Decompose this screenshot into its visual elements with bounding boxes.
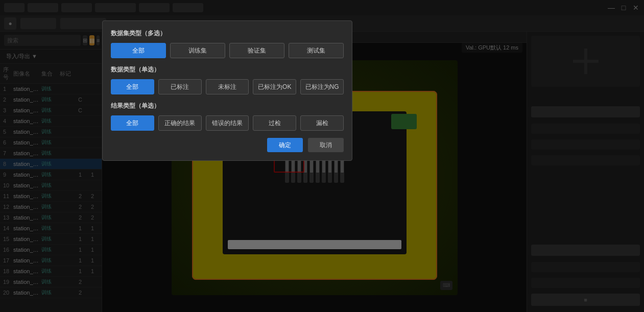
result-btn-over[interactable]: 过检	[253, 115, 296, 131]
modal-footer: 确定 取消	[111, 138, 344, 152]
modal-dataset-title: 数据集类型（多选）	[111, 29, 344, 38]
datatype-btn-row: 全部 已标注 未标注 已标注为OK 已标注为NG	[111, 79, 344, 94]
modal-overlay: 数据集类型（多选） 全部 训练集 验证集 测试集 数据类型（单选） 全部 已标注…	[0, 0, 644, 312]
modal-datatype-title: 数据类型（单选）	[111, 65, 344, 74]
datatype-btn-labeled[interactable]: 已标注	[158, 79, 202, 94]
datatype-btn-unlabeled[interactable]: 未标注	[206, 79, 249, 94]
dataset-btn-all[interactable]: 全部	[111, 43, 166, 58]
dataset-btn-test[interactable]: 测试集	[289, 43, 344, 58]
dataset-btn-row: 全部 训练集 验证集 测试集	[111, 43, 344, 58]
result-btn-miss[interactable]: 漏检	[300, 115, 344, 131]
dataset-btn-train[interactable]: 训练集	[170, 43, 225, 58]
datatype-btn-ok[interactable]: 已标注为OK	[253, 79, 296, 94]
result-btn-correct[interactable]: 正确的结果	[158, 115, 202, 131]
cancel-button[interactable]: 取消	[308, 138, 344, 152]
result-btn-row: 全部 正确的结果 错误的结果 过检 漏检	[111, 115, 344, 131]
result-btn-all[interactable]: 全部	[111, 115, 154, 131]
datatype-btn-all[interactable]: 全部	[111, 79, 154, 94]
result-btn-wrong[interactable]: 错误的结果	[206, 115, 249, 131]
modal-result-title: 结果类型（单选）	[111, 102, 344, 110]
datatype-btn-ng[interactable]: 已标注为NG	[300, 79, 344, 94]
confirm-button[interactable]: 确定	[267, 138, 303, 152]
filter-modal: 数据集类型（多选） 全部 训练集 验证集 测试集 数据类型（单选） 全部 已标注…	[102, 20, 352, 161]
dataset-btn-val[interactable]: 验证集	[229, 43, 284, 58]
